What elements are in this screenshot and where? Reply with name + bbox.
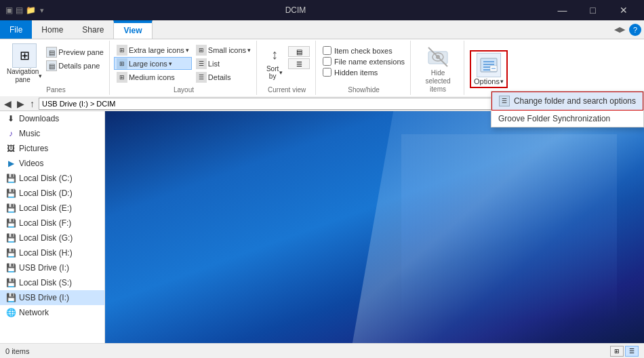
- navigation-pane-label: Navigation pane ▾: [7, 68, 42, 84]
- large-icons-button[interactable]: ⊞ Large icons ▾: [114, 57, 192, 70]
- current-view-label: Current view: [268, 85, 306, 94]
- item-check-boxes-checkbox[interactable]: [323, 46, 331, 55]
- disk-e-icon: 💾: [5, 203, 16, 214]
- hide-selected-group: Hide selected items: [412, 41, 464, 95]
- status-list-view-button[interactable]: ☰: [625, 346, 639, 357]
- sidebar-item-disk-e[interactable]: 💾 Local Disk (E:): [0, 201, 104, 216]
- tab-view[interactable]: View: [113, 20, 152, 39]
- app-window: ▣ ▤ 📁 ▾ DCIM — □ ✕ File Home Share View …: [0, 0, 644, 358]
- navigation-pane-icon: ⊞: [12, 43, 37, 68]
- sidebar-item-disk-h[interactable]: 💾 Local Disk (H:): [0, 245, 104, 260]
- navigation-pane-button[interactable]: ⊞ Navigation pane ▾: [7, 43, 42, 85]
- sidebar-item-music[interactable]: ♪ Music: [0, 126, 104, 141]
- hide-selected-label: Hide selected items: [418, 69, 458, 94]
- change-folder-option[interactable]: ☰ Change folder and search options: [491, 92, 643, 111]
- ribbon-collapse-button[interactable]: ◀▶: [611, 24, 628, 35]
- sidebar-item-videos[interactable]: ▶ Videos: [0, 156, 104, 171]
- medium-icons-button[interactable]: ⊞ Medium icons: [114, 71, 192, 83]
- sort-by-icon: ↕: [264, 43, 285, 65]
- small-icons-button[interactable]: ⊞ Small icons ▾: [193, 43, 254, 56]
- status-bar: 0 items ⊞ ☰: [0, 343, 644, 358]
- sidebar-item-usb-i[interactable]: 💾 USB Drive (I:): [0, 260, 104, 275]
- show-hide-content: Item check boxes File name extensions Hi…: [323, 42, 405, 85]
- maximize-button[interactable]: □: [578, 0, 608, 20]
- hide-selected-content: Hide selected items: [418, 42, 458, 94]
- hidden-items-checkbox[interactable]: [323, 68, 331, 77]
- usb-i-icon: 💾: [5, 262, 16, 273]
- title-text: DCIM: [44, 5, 547, 15]
- options-icon: [477, 53, 501, 77]
- ribbon-nav-buttons: ◀▶ ?: [611, 20, 644, 39]
- disk-h-icon: 💾: [5, 247, 16, 258]
- disk-f-icon: 💾: [5, 218, 16, 228]
- sidebar-item-pictures[interactable]: 🖼 Pictures: [0, 141, 104, 156]
- tab-share[interactable]: Share: [73, 20, 113, 39]
- show-hide-label: Show/hide: [323, 85, 405, 94]
- panes-group-label: Panes: [7, 85, 105, 94]
- back-button[interactable]: ◀: [3, 98, 13, 109]
- ribbon-tabs: File Home Share View ◀▶ ?: [0, 20, 644, 39]
- item-check-boxes-label[interactable]: Item check boxes: [323, 46, 405, 55]
- layout-right-col: ⊞ Small icons ▾ ☰ List ☰ Details: [193, 43, 254, 85]
- active-tab-indicator: [114, 22, 151, 23]
- title-bar: ▣ ▤ 📁 ▾ DCIM — □ ✕: [0, 0, 644, 20]
- file-name-extensions-label[interactable]: File name extensions: [323, 57, 405, 66]
- details-pane-button[interactable]: ▤ Details pane: [45, 60, 105, 72]
- disk-c-icon: 💾: [5, 173, 16, 184]
- options-label: Options ▾: [474, 77, 504, 85]
- ribbon-content: ⊞ Navigation pane ▾ ▤ Preview pane ▤ Det…: [0, 39, 644, 96]
- disk-d-icon: 💾: [5, 188, 16, 199]
- sidebar-item-disk-s[interactable]: 💾 Local Disk (S:): [0, 275, 104, 290]
- view-option-1-button[interactable]: ▤: [288, 46, 310, 57]
- tab-file[interactable]: File: [0, 20, 32, 39]
- minimize-button[interactable]: —: [547, 0, 578, 20]
- large-dropdown: ▾: [169, 60, 172, 67]
- close-button[interactable]: ✕: [608, 0, 639, 20]
- item-count: 0 items: [5, 347, 29, 355]
- options-button[interactable]: Options ▾: [470, 50, 508, 88]
- sidebar-item-disk-g[interactable]: 💾 Local Disk (G:): [0, 231, 104, 245]
- desktop-background: [105, 111, 644, 343]
- medium-icon: ⊞: [117, 72, 127, 83]
- svg-point-3: [436, 55, 440, 59]
- large-icon: ⊞: [117, 58, 127, 69]
- sidebar-item-usb-i2[interactable]: 💾 USB Drive (I:): [0, 290, 104, 305]
- file-name-extensions-checkbox[interactable]: [323, 57, 331, 66]
- sidebar-item-network[interactable]: 🌐 Network: [0, 305, 104, 320]
- music-icon: ♪: [5, 128, 16, 139]
- pictures-icon: 🖼: [5, 143, 16, 154]
- address-input[interactable]: USB Drive (I:) > DCIM: [39, 98, 530, 110]
- ribbon-help-button[interactable]: ?: [629, 24, 641, 36]
- videos-icon: ▶: [5, 158, 16, 169]
- disk-s-icon: 💾: [5, 277, 16, 288]
- content-area: ⬇ Downloads ♪ Music 🖼 Pictures ▶ Videos …: [0, 111, 644, 343]
- change-folder-icon: ☰: [499, 96, 510, 106]
- panes-sub-buttons: ▤ Preview pane ▤ Details pane: [45, 43, 105, 85]
- hidden-items-label[interactable]: Hidden items: [323, 68, 405, 77]
- sidebar-item-disk-f[interactable]: 💾 Local Disk (F:): [0, 216, 104, 231]
- details-icon: ☰: [196, 72, 207, 83]
- sidebar-item-downloads[interactable]: ⬇ Downloads: [0, 111, 104, 126]
- sidebar: ⬇ Downloads ♪ Music 🖼 Pictures ▶ Videos …: [0, 111, 105, 343]
- status-grid-view-button[interactable]: ⊞: [610, 346, 624, 357]
- sidebar-item-disk-c[interactable]: 💾 Local Disk (C:): [0, 171, 104, 186]
- preview-pane-button[interactable]: ▤ Preview pane: [45, 46, 105, 58]
- sort-by-button[interactable]: ↕ Sort by ▾: [264, 43, 285, 80]
- forward-button[interactable]: ▶: [16, 98, 26, 109]
- network-icon: 🌐: [5, 307, 16, 318]
- groove-sync-option[interactable]: Groove Folder Synchronization: [491, 111, 643, 127]
- small-icon: ⊞: [196, 45, 207, 56]
- up-button[interactable]: ↑: [28, 98, 36, 109]
- details-button[interactable]: ☰ Details: [193, 71, 254, 83]
- view-option-2-button[interactable]: ☰: [288, 58, 310, 69]
- hide-selected-button[interactable]: Hide selected items: [418, 45, 458, 94]
- tab-home[interactable]: Home: [32, 20, 73, 39]
- status-view-buttons: ⊞ ☰: [610, 346, 639, 357]
- panes-group-content: ⊞ Navigation pane ▾ ▤ Preview pane ▤ Det…: [7, 42, 105, 85]
- disk-g-icon: 💾: [5, 233, 16, 243]
- sort-dropdown: ▾: [279, 69, 283, 76]
- sidebar-item-disk-d[interactable]: 💾 Local Disk (D:): [0, 186, 104, 201]
- options-content: Options ▾: [470, 42, 508, 94]
- extra-large-icons-button[interactable]: ⊞ Extra large icons ▾: [114, 43, 192, 56]
- list-button[interactable]: ☰ List: [193, 57, 254, 70]
